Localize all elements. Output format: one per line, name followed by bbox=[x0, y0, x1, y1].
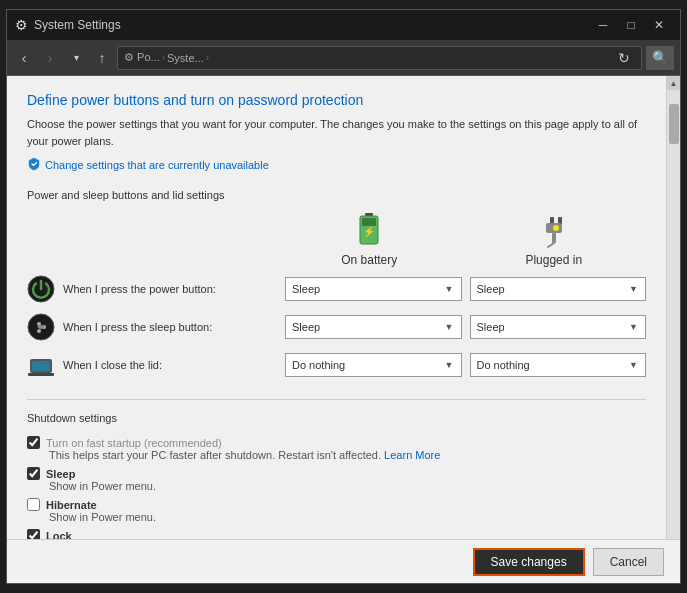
shutdown-section-title: Shutdown settings bbox=[27, 412, 646, 424]
plugged-in-icon bbox=[536, 213, 572, 249]
power-button-label: When I press the power button: bbox=[27, 275, 277, 303]
sleep-button-icon bbox=[27, 313, 55, 341]
page-title: Define power buttons and turn on passwor… bbox=[27, 92, 646, 108]
address-separator-2: › bbox=[206, 52, 209, 63]
lid-text: When I close the lid: bbox=[63, 359, 162, 371]
scroll-up-button[interactable]: ▲ bbox=[667, 76, 681, 90]
lid-pluggedin-select[interactable]: Sleep Hibernate Shut down Do nothing bbox=[470, 353, 647, 377]
address-bar[interactable]: ⚙ Po... › Syste... › ↻ bbox=[117, 46, 642, 70]
back-button[interactable]: ‹ bbox=[13, 47, 35, 69]
plugged-in-label: Plugged in bbox=[525, 253, 582, 267]
title-bar-controls: ─ □ ✕ bbox=[590, 15, 672, 35]
power-button-pluggedin-dropdown-wrapper: Sleep Hibernate Shut down Turn off the d… bbox=[466, 277, 643, 301]
power-settings-table: ⚡ On battery bbox=[27, 213, 646, 379]
battery-icon: ⚡ bbox=[358, 213, 380, 249]
lid-row: When I close the lid: Sleep Hibernate Sh… bbox=[27, 351, 646, 379]
main-window: ⚙ System Settings ─ □ ✕ ‹ › ▾ ↑ ⚙ Po... … bbox=[6, 9, 681, 584]
svg-point-15 bbox=[37, 329, 41, 333]
scrollbar-thumb[interactable] bbox=[669, 104, 679, 144]
address-part-2: Syste... bbox=[167, 52, 204, 64]
learn-more-link[interactable]: Learn More bbox=[384, 449, 440, 461]
change-settings-label: Change settings that are currently unava… bbox=[45, 159, 269, 171]
power-button-icon bbox=[27, 275, 55, 303]
window-icon: ⚙ bbox=[15, 17, 28, 33]
lid-battery-select[interactable]: Sleep Hibernate Shut down Do nothing bbox=[285, 353, 462, 377]
sleep-checkbox[interactable] bbox=[27, 467, 40, 480]
address-segments: ⚙ Po... › Syste... › bbox=[124, 51, 209, 64]
scrollbar[interactable]: ▲ bbox=[666, 76, 680, 539]
sleep-button-row: When I press the sleep button: Sleep Hib… bbox=[27, 313, 646, 341]
sleep-button-text: When I press the sleep button: bbox=[63, 321, 212, 333]
content-area: Define power buttons and turn on passwor… bbox=[7, 76, 680, 539]
fast-startup-label[interactable]: Turn on fast startup (recommended) bbox=[27, 436, 646, 449]
sleep-button-battery-select[interactable]: Sleep Hibernate Shut down Do nothing bbox=[285, 315, 462, 339]
fast-startup-subtext: This helps start your PC faster after sh… bbox=[49, 449, 646, 461]
change-settings-link[interactable]: Change settings that are currently unava… bbox=[27, 157, 646, 173]
shield-icon bbox=[27, 157, 41, 173]
section-divider bbox=[27, 399, 646, 400]
sleep-subtext: Show in Power menu. bbox=[49, 480, 646, 492]
lid-icon bbox=[27, 351, 55, 379]
power-button-pluggedin-select[interactable]: Sleep Hibernate Shut down Turn off the d… bbox=[470, 277, 647, 301]
plugged-in-column-header: Plugged in bbox=[462, 213, 647, 267]
sleep-button-battery-dropdown-wrapper: Sleep Hibernate Shut down Do nothing ▼ bbox=[281, 315, 458, 339]
on-battery-column-header: ⚡ On battery bbox=[277, 213, 462, 267]
maximize-button[interactable]: □ bbox=[618, 15, 644, 35]
lid-pluggedin-dropdown-wrapper: Sleep Hibernate Shut down Do nothing ▼ bbox=[466, 353, 643, 377]
svg-rect-17 bbox=[32, 361, 50, 371]
table-header: ⚡ On battery bbox=[27, 213, 646, 267]
svg-rect-18 bbox=[28, 373, 54, 376]
forward-button[interactable]: › bbox=[39, 47, 61, 69]
power-button-battery-dropdown-wrapper: Sleep Hibernate Shut down Turn off the d… bbox=[281, 277, 458, 301]
svg-text:⚡: ⚡ bbox=[363, 225, 376, 238]
svg-line-8 bbox=[548, 243, 554, 247]
on-battery-label: On battery bbox=[341, 253, 397, 267]
scroll-container[interactable]: Define power buttons and turn on passwor… bbox=[7, 76, 666, 539]
power-button-text: When I press the power button: bbox=[63, 283, 216, 295]
refresh-button[interactable]: ↻ bbox=[613, 47, 635, 69]
sleep-button-label: When I press the sleep button: bbox=[27, 313, 277, 341]
nav-bar: ‹ › ▾ ↑ ⚙ Po... › Syste... › ↻ 🔍 bbox=[7, 40, 680, 76]
lock-label[interactable]: Lock bbox=[27, 529, 646, 539]
page-description: Choose the power settings that you want … bbox=[27, 116, 646, 149]
lock-checkbox[interactable] bbox=[27, 529, 40, 539]
fast-startup-text: Turn on fast startup (recommended) bbox=[46, 437, 222, 449]
sleep-item: Sleep Show in Power menu. bbox=[27, 467, 646, 492]
footer: Save changes Cancel bbox=[7, 539, 680, 583]
hibernate-label[interactable]: Hibernate bbox=[27, 498, 646, 511]
lock-text: Lock bbox=[46, 530, 72, 540]
save-changes-button[interactable]: Save changes bbox=[473, 548, 585, 576]
hibernate-text: Hibernate bbox=[46, 499, 97, 511]
address-part-1: ⚙ Po... bbox=[124, 51, 160, 64]
power-button-battery-select[interactable]: Sleep Hibernate Shut down Turn off the d… bbox=[285, 277, 462, 301]
hibernate-checkbox[interactable] bbox=[27, 498, 40, 511]
svg-point-9 bbox=[553, 225, 559, 231]
title-bar: ⚙ System Settings ─ □ ✕ bbox=[7, 10, 680, 40]
sleep-button-pluggedin-select[interactable]: Sleep Hibernate Shut down Do nothing bbox=[470, 315, 647, 339]
cancel-button[interactable]: Cancel bbox=[593, 548, 664, 576]
search-box[interactable]: 🔍 bbox=[646, 46, 674, 70]
sleep-text: Sleep bbox=[46, 468, 75, 480]
window-title: System Settings bbox=[34, 18, 584, 32]
minimize-button[interactable]: ─ bbox=[590, 15, 616, 35]
hibernate-subtext: Show in Power menu. bbox=[49, 511, 646, 523]
lid-label: When I close the lid: bbox=[27, 351, 277, 379]
fast-startup-checkbox[interactable] bbox=[27, 436, 40, 449]
lid-battery-dropdown-wrapper: Sleep Hibernate Shut down Do nothing ▼ bbox=[281, 353, 458, 377]
section-title: Power and sleep buttons and lid settings bbox=[27, 189, 646, 201]
sleep-button-pluggedin-dropdown-wrapper: Sleep Hibernate Shut down Do nothing ▼ bbox=[466, 315, 643, 339]
svg-rect-7 bbox=[552, 233, 556, 243]
hibernate-item: Hibernate Show in Power menu. bbox=[27, 498, 646, 523]
close-button[interactable]: ✕ bbox=[646, 15, 672, 35]
address-separator-1: › bbox=[162, 52, 165, 63]
dropdown-button[interactable]: ▾ bbox=[65, 47, 87, 69]
lock-item: Lock Show in account picture menu. bbox=[27, 529, 646, 539]
sleep-label[interactable]: Sleep bbox=[27, 467, 646, 480]
search-icon: 🔍 bbox=[652, 50, 668, 65]
fast-startup-item: Turn on fast startup (recommended) This … bbox=[27, 436, 646, 461]
power-button-row: When I press the power button: Sleep Hib… bbox=[27, 275, 646, 303]
svg-rect-2 bbox=[362, 218, 376, 226]
up-button[interactable]: ↑ bbox=[91, 47, 113, 69]
